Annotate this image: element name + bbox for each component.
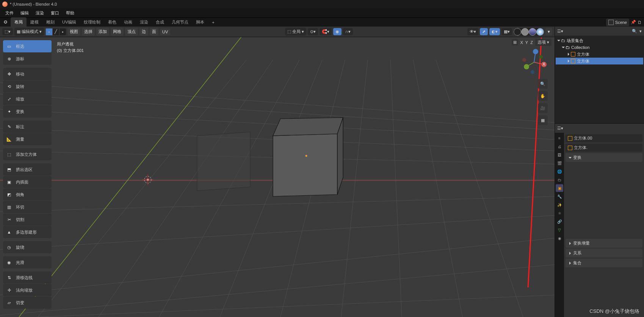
tab-uvedit[interactable]: UV编辑: [58, 17, 80, 27]
tab-modeling[interactable]: 建模: [27, 17, 42, 27]
menu-view[interactable]: 视图: [67, 28, 80, 36]
ptab-viewlayer-icon[interactable]: 🖼: [556, 151, 563, 158]
menu-uv[interactable]: UV: [160, 28, 170, 35]
menu-mesh[interactable]: 网格: [111, 28, 124, 36]
proportional-edit[interactable]: ◉: [333, 28, 342, 35]
tab-compositing[interactable]: 合成: [152, 17, 168, 27]
tool-scale[interactable]: ⤢缩放: [3, 93, 52, 105]
matprev-shading-icon[interactable]: [529, 28, 536, 36]
tool-cursor[interactable]: ⊕游标: [3, 53, 52, 65]
gizmo-toggle[interactable]: ⬈: [480, 28, 488, 35]
outliner-item-cube1[interactable]: 立方体: [556, 51, 643, 58]
axis-y-toggle[interactable]: Y: [525, 40, 528, 45]
ptab-render-icon[interactable]: ≡: [556, 134, 563, 142]
tool-smooth[interactable]: ◉光滑: [3, 256, 52, 268]
tool-transform[interactable]: ✦变换: [3, 105, 52, 118]
axis-x-toggle[interactable]: X: [520, 40, 523, 45]
camera-view-icon[interactable]: 🎥: [538, 103, 548, 113]
menu-file[interactable]: 文件: [2, 9, 17, 17]
tool-inset[interactable]: ▣内插面: [3, 176, 52, 188]
tab-add[interactable]: +: [208, 18, 218, 27]
persp-ortho-icon[interactable]: ▦: [538, 115, 548, 125]
view3d-viewport[interactable]: ⊞ X Y Z 选项 ▾ X 🔍 ✋ 🎥 ▦ ▭框选 ⊕游标 ✥移动 ⟲旋转 ⤢…: [0, 37, 555, 317]
menu-vertex[interactable]: 顶点: [125, 28, 138, 36]
tool-bevel[interactable]: ◩倒角: [3, 188, 52, 201]
tab-render[interactable]: 渲染: [136, 17, 152, 27]
face-mode-icon[interactable]: ▪: [59, 28, 66, 35]
edge-mode-icon[interactable]: ╱: [52, 28, 59, 35]
ptab-output-icon[interactable]: 🖨: [556, 143, 563, 150]
menu-window[interactable]: 窗口: [48, 9, 62, 17]
ptab-data-icon[interactable]: ▽: [556, 226, 563, 234]
pin-icon[interactable]: 📌: [631, 20, 636, 25]
menu-face[interactable]: 面: [150, 28, 158, 36]
blender-icon[interactable]: ✪: [2, 19, 9, 26]
outliner-scene-collection[interactable]: 🗀场景集合: [556, 37, 643, 44]
menu-add[interactable]: 添加: [96, 28, 109, 36]
pivot-selector[interactable]: ⊙▾: [308, 28, 318, 35]
panel-relations[interactable]: 关系: [566, 249, 642, 257]
axis-z-toggle[interactable]: Z: [530, 40, 533, 45]
panel-transform[interactable]: 变换: [566, 153, 642, 162]
shading-options[interactable]: ▾: [545, 28, 552, 35]
tab-script[interactable]: 脚本: [192, 17, 208, 27]
proportional-falloff[interactable]: ∩▾: [343, 28, 353, 35]
new-scene-icon[interactable]: 🗋: [638, 20, 642, 25]
tab-texpaint[interactable]: 纹理绘制: [80, 17, 104, 27]
menu-edit[interactable]: 编辑: [17, 9, 32, 17]
ptab-particle-icon[interactable]: ✨: [556, 201, 563, 209]
object-name-field[interactable]: 立方体.00: [566, 134, 642, 142]
tool-spin[interactable]: ◷旋绕: [3, 241, 52, 253]
tool-shrinkfatten[interactable]: ✢法向缩放: [3, 284, 52, 296]
ptab-world-icon[interactable]: 🌐: [556, 168, 563, 175]
panel-collections[interactable]: 集合: [566, 259, 642, 267]
outliner-type-icon[interactable]: ☲▾: [557, 29, 563, 34]
outliner-collection[interactable]: 🗀Collection: [556, 44, 643, 51]
tab-layout[interactable]: 布局: [11, 17, 27, 27]
panel-delta[interactable]: 变换增量: [566, 239, 642, 248]
ptab-object-icon[interactable]: ▣: [556, 184, 563, 192]
tool-addcube[interactable]: ⬚添加立方体: [3, 148, 52, 160]
mode-selector[interactable]: ▦ 编辑模式 ▾: [14, 28, 44, 36]
menu-edge[interactable]: 边: [139, 28, 148, 36]
properties-type-icon[interactable]: ☲▾: [557, 126, 563, 131]
tab-shading[interactable]: 着色: [104, 17, 120, 27]
tool-annotate[interactable]: ✎标注: [3, 121, 52, 133]
pan-icon[interactable]: ✋: [538, 91, 548, 101]
tool-loopcut[interactable]: ▥环切: [3, 201, 52, 213]
snap-toggle[interactable]: 🧲▾: [320, 28, 332, 35]
tab-anim[interactable]: 动画: [120, 17, 136, 27]
tool-rotate[interactable]: ⟲旋转: [3, 80, 52, 93]
tool-polybuild[interactable]: ▲多边形建形: [3, 226, 52, 238]
rendered-shading-icon[interactable]: [536, 28, 544, 36]
menu-select[interactable]: 选择: [82, 28, 95, 36]
tool-extrude[interactable]: ⬒挤出选区: [3, 163, 52, 176]
xray-toggle[interactable]: ▦▾: [501, 28, 512, 35]
tool-knife[interactable]: ✂切割: [3, 213, 52, 226]
editor-type[interactable]: ⬚▾: [2, 28, 13, 35]
tool-measure[interactable]: 📐测量: [3, 133, 52, 145]
wireframe-shading-icon[interactable]: [514, 28, 521, 36]
nav-gizmo[interactable]: X: [520, 49, 548, 76]
ptab-material-icon[interactable]: ◉: [556, 234, 563, 242]
menu-render[interactable]: 渲染: [33, 9, 47, 17]
tab-geonodes[interactable]: 几何节点: [168, 17, 192, 27]
vertex-mode-icon[interactable]: ▫: [45, 28, 52, 35]
scene-selector[interactable]: Scene: [606, 19, 629, 26]
tab-sculpt[interactable]: 雕刻: [42, 17, 58, 27]
solid-shading-icon[interactable]: [521, 28, 529, 36]
ptab-physics-icon[interactable]: ⚛: [556, 209, 563, 217]
zoom-icon[interactable]: 🔍: [538, 79, 548, 89]
overlay-toggle[interactable]: ◐▾: [489, 28, 500, 35]
ptab-constraint-icon[interactable]: 🔗: [556, 218, 563, 225]
ptab-scene-icon[interactable]: 🎬: [556, 159, 563, 167]
tool-move[interactable]: ✥移动: [3, 68, 52, 80]
select-mode-seg[interactable]: ▫ ╱ ▪: [45, 28, 66, 35]
filter-icon[interactable]: 🔍: [632, 29, 637, 34]
ptab-modifier-icon[interactable]: 🔧: [556, 193, 563, 200]
tool-edgeslide[interactable]: ⇅滑移边线: [3, 271, 52, 284]
filter-options-icon[interactable]: ▾: [639, 29, 642, 34]
mesh-select-mode-icon[interactable]: ⊞: [512, 39, 518, 46]
options-dropdown[interactable]: 选项 ▾: [535, 39, 552, 46]
mesh-name-field[interactable]: 立方体.: [566, 144, 642, 152]
